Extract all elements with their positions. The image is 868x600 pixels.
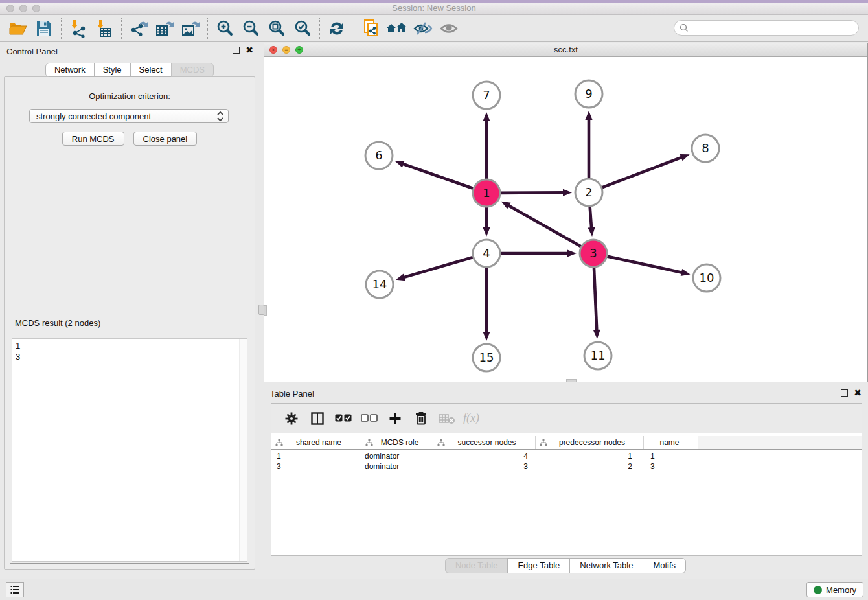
search-box[interactable] [674, 20, 859, 36]
float-table-panel-icon[interactable] [841, 389, 848, 397]
import-table-icon [95, 19, 113, 38]
minimize-window-button[interactable] [19, 5, 27, 12]
run-mcds-button[interactable]: Run MCDS [62, 132, 124, 146]
cell-successor-nodes[interactable]: 3 [433, 462, 536, 472]
import-table-button[interactable] [91, 17, 117, 40]
delete-column-button[interactable] [411, 409, 431, 428]
column-header-mcds-role[interactable]: MCDS role [361, 436, 433, 449]
cell-mcds-role[interactable]: dominator [361, 462, 433, 472]
control-panel-tabs: Network Style Select MCDS [0, 63, 260, 77]
open-session-button[interactable] [5, 17, 31, 40]
close-panel-button[interactable]: Close panel [133, 132, 198, 146]
graph-node-9[interactable]: 9 [575, 80, 602, 108]
hide-selected-button[interactable] [410, 17, 436, 40]
duplicate-network-button[interactable] [358, 17, 384, 40]
cell-shared-name[interactable]: 1 [271, 452, 361, 462]
graph-edge-2-3[interactable] [589, 205, 591, 229]
close-window-button[interactable] [6, 5, 14, 12]
network-canvas[interactable]: 7968124314101511 [264, 58, 867, 382]
search-icon [680, 23, 689, 32]
graph-edge-3-11[interactable] [594, 266, 597, 331]
close-table-panel-icon[interactable]: ✖ [854, 389, 862, 397]
graph-node-7[interactable]: 7 [473, 82, 500, 109]
graph-node-11[interactable]: 11 [584, 342, 611, 369]
show-task-history-button[interactable] [6, 582, 24, 597]
close-network-button[interactable]: × [269, 46, 277, 54]
graph-edge-3-10[interactable] [606, 256, 683, 273]
graph-node-6[interactable]: 6 [365, 142, 393, 169]
deselect-all-button[interactable] [360, 409, 379, 428]
graph-node-4[interactable]: 4 [473, 240, 500, 267]
tab-motifs[interactable]: Motifs [643, 558, 686, 573]
canvas-left-grip-icon[interactable] [264, 305, 267, 316]
graph-node-8[interactable]: 8 [692, 135, 719, 162]
graph-node-10[interactable]: 10 [693, 264, 720, 292]
show-all-button [436, 17, 462, 40]
cell-name[interactable]: 1 [644, 452, 698, 462]
optimization-criterion-select[interactable]: strongly connected component [29, 109, 229, 123]
maximize-network-button[interactable]: + [295, 46, 303, 54]
graph-node-1[interactable]: 1 [473, 179, 500, 207]
graph-node-3[interactable]: 3 [580, 240, 607, 267]
tab-node-table[interactable]: Node Table [445, 558, 508, 573]
column-view-button[interactable] [308, 409, 327, 428]
result-scrollbar[interactable] [239, 339, 247, 561]
graph-edge-4-14[interactable] [403, 257, 474, 277]
graph-edge-1-6[interactable] [402, 164, 475, 189]
table-row[interactable]: 1 dominator 4 1 1 [271, 452, 862, 462]
select-all-button[interactable] [334, 409, 353, 428]
cell-name[interactable]: 3 [644, 462, 698, 472]
table-row[interactable]: 3 dominator 3 2 3 [271, 462, 862, 472]
svg-text:14: 14 [372, 277, 387, 291]
tab-network[interactable]: Network [45, 63, 95, 77]
tab-mcds[interactable]: MCDS [171, 63, 214, 77]
graph-edge-2-8[interactable] [600, 157, 683, 188]
column-header-shared-name[interactable]: shared name [271, 436, 361, 449]
zoom-out-button[interactable] [238, 17, 264, 40]
tab-style[interactable]: Style [94, 63, 131, 77]
cell-predecessor-nodes[interactable]: 1 [536, 452, 644, 462]
column-header-predecessor-nodes[interactable]: predecessor nodes [536, 436, 644, 449]
refresh-network-button[interactable] [324, 17, 350, 40]
optimization-criterion-label: Optimization criterion: [5, 91, 255, 101]
import-network-button[interactable] [65, 17, 91, 40]
canvas-bottom-grip-icon[interactable] [566, 379, 577, 382]
graph-node-15[interactable]: 15 [473, 344, 500, 371]
export-network-button[interactable] [126, 17, 152, 40]
zoom-fit-button[interactable] [264, 17, 290, 40]
tab-network-table[interactable]: Network Table [569, 558, 643, 573]
svg-text:6: 6 [375, 148, 382, 162]
close-panel-icon[interactable]: ✖ [246, 47, 253, 54]
delete-table-button [437, 409, 457, 428]
save-session-button[interactable] [31, 17, 57, 40]
cell-successor-nodes[interactable]: 4 [433, 452, 536, 462]
cell-predecessor-nodes[interactable]: 2 [536, 462, 644, 472]
graph-edge-1-2[interactable] [499, 192, 564, 193]
column-header-name[interactable]: name [644, 436, 698, 449]
cell-mcds-role[interactable]: dominator [361, 452, 433, 462]
tab-select[interactable]: Select [130, 63, 172, 77]
network-graph[interactable]: 7968124314101511 [264, 58, 867, 382]
export-image-button[interactable] [177, 17, 203, 40]
table-settings-button[interactable] [282, 409, 301, 428]
search-input[interactable] [692, 23, 853, 32]
import-network-icon [69, 19, 87, 38]
zoom-selected-button[interactable] [290, 17, 315, 40]
column-header-successor-nodes[interactable]: successor nodes [433, 436, 536, 449]
memory-status-icon [814, 586, 822, 594]
export-table-button[interactable] [152, 17, 177, 40]
float-panel-icon[interactable] [233, 47, 240, 54]
zoom-in-button[interactable] [212, 17, 238, 40]
maximize-window-button[interactable] [32, 5, 40, 12]
first-neighbors-button[interactable] [384, 17, 410, 40]
network-window-titlebar[interactable]: × − + scc.txt [264, 43, 867, 57]
memory-button[interactable]: Memory [806, 582, 863, 597]
graph-edge-3-1[interactable] [508, 205, 582, 248]
minimize-network-button[interactable]: − [282, 46, 290, 54]
graph-node-2[interactable]: 2 [575, 179, 602, 206]
add-column-button[interactable] [385, 409, 405, 428]
tab-edge-table[interactable]: Edge Table [507, 558, 570, 573]
mcds-result-area[interactable]: 1 3 [12, 338, 247, 562]
graph-node-14[interactable]: 14 [366, 271, 393, 298]
cell-shared-name[interactable]: 3 [271, 462, 361, 472]
